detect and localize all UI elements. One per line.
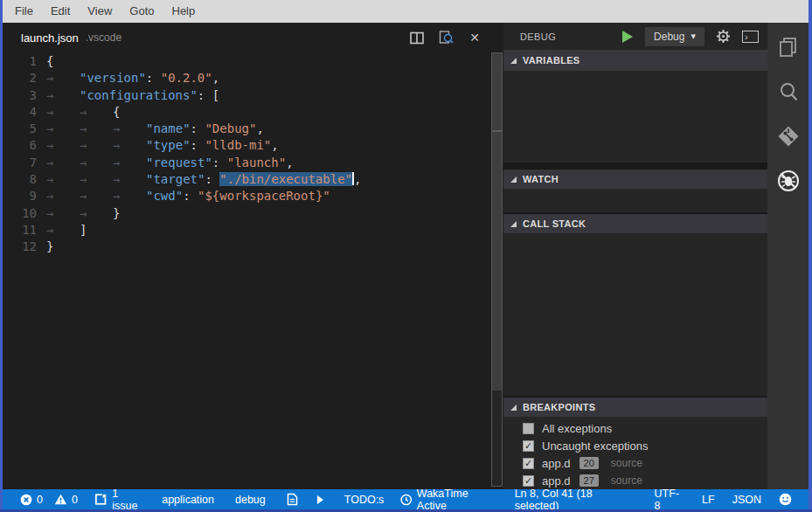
tab-indicator-icon: → bbox=[46, 222, 80, 239]
code-line[interactable]: 10→→} bbox=[3, 205, 491, 222]
cursor-position-status[interactable]: Ln 8, Col 41 (18 selected) bbox=[515, 488, 637, 512]
tab-indicator-icon: → bbox=[46, 104, 80, 121]
collapse-triangle-icon bbox=[510, 176, 517, 183]
encoding-status[interactable]: UTF-8 bbox=[654, 488, 684, 512]
tab-folder-label: .vscode bbox=[86, 31, 121, 44]
code-token: : bbox=[205, 172, 219, 186]
warning-count[interactable]: 0 bbox=[54, 494, 78, 506]
code-line[interactable]: 11→] bbox=[3, 222, 491, 239]
line-number[interactable]: 6 bbox=[3, 137, 46, 154]
debug-config-label: Debug bbox=[654, 31, 684, 43]
activity-bar bbox=[767, 23, 809, 489]
menu-view[interactable]: View bbox=[79, 0, 121, 23]
breakpoint-row[interactable]: ✓Uncaught exceptions bbox=[503, 437, 767, 454]
code-token: , bbox=[212, 71, 219, 85]
breakpoint-row[interactable]: All exceptions bbox=[503, 419, 767, 437]
explorer-icon[interactable] bbox=[775, 34, 802, 60]
menu-goto[interactable]: Goto bbox=[121, 0, 163, 23]
debug-config-dropdown[interactable]: Debug ▼ bbox=[645, 27, 704, 46]
line-number[interactable]: 7 bbox=[3, 155, 46, 171]
configure-gear-icon[interactable] bbox=[716, 29, 731, 44]
section-call-stack[interactable]: CALL STACK bbox=[503, 214, 767, 233]
code-line[interactable]: 9→→→"cwd": "${workspaceRoot}" bbox=[3, 188, 491, 204]
breakpoint-detail: source bbox=[611, 457, 642, 469]
menubar: File Edit View Goto Help bbox=[3, 0, 809, 23]
language-mode-status[interactable]: JSON bbox=[732, 494, 761, 506]
tab-indicator-icon: → bbox=[46, 155, 80, 171]
breakpoint-checkbox[interactable]: ✓ bbox=[523, 458, 534, 469]
section-breakpoints[interactable]: BREAKPOINTS bbox=[503, 398, 767, 417]
editor-scrollbar[interactable] bbox=[491, 52, 503, 487]
code-area[interactable]: 1{2→"version": "0.2.0",3→"configurations… bbox=[3, 52, 491, 256]
eol-status[interactable]: LF bbox=[702, 494, 715, 506]
code-line[interactable]: 2→"version": "0.2.0", bbox=[3, 70, 491, 86]
breakpoint-checkbox[interactable]: ✓ bbox=[523, 440, 534, 452]
wakatime-status[interactable]: WakaTime Active bbox=[400, 488, 496, 512]
start-debug-button[interactable] bbox=[622, 31, 633, 43]
build-config-status[interactable]: debug bbox=[235, 494, 266, 506]
code-token: ] bbox=[80, 223, 87, 237]
debug-console-icon[interactable]: › bbox=[742, 31, 759, 43]
watch-content bbox=[503, 189, 767, 212]
split-editor-icon[interactable] bbox=[409, 30, 425, 45]
tab-launch-json[interactable]: launch.json bbox=[21, 31, 79, 45]
code-token: "lldb-mi" bbox=[205, 138, 271, 152]
breakpoint-row[interactable]: ✓app.d20source bbox=[503, 454, 767, 472]
code-token: "target" bbox=[146, 172, 205, 186]
code-line[interactable]: 5→→→"name": "Debug", bbox=[3, 121, 491, 137]
run-task-icon[interactable] bbox=[317, 495, 323, 504]
breakpoint-line-badge: 27 bbox=[580, 474, 599, 487]
tab-indicator-icon: → bbox=[46, 188, 80, 204]
close-icon[interactable]: ✕ bbox=[467, 30, 482, 45]
menu-help[interactable]: Help bbox=[163, 0, 205, 23]
code-line[interactable]: 8→→→"target": "./bin/executable", bbox=[3, 171, 491, 188]
file-report-icon[interactable] bbox=[287, 493, 302, 506]
line-number[interactable]: 5 bbox=[3, 121, 46, 137]
section-variables[interactable]: VARIABLES bbox=[503, 50, 767, 71]
line-number[interactable]: 9 bbox=[3, 188, 46, 204]
code-token: : bbox=[191, 121, 205, 135]
todo-status[interactable]: TODO:s bbox=[344, 494, 385, 506]
code-line[interactable]: 1{ bbox=[3, 53, 491, 70]
line-number[interactable]: 11 bbox=[3, 222, 46, 239]
git-icon[interactable] bbox=[775, 123, 802, 149]
debug-no-bug-icon[interactable] bbox=[775, 168, 802, 194]
code-token: "version" bbox=[80, 71, 146, 85]
code-line[interactable]: 12} bbox=[3, 239, 491, 255]
code-token: "request" bbox=[146, 156, 212, 170]
code-line[interactable]: 7→→→"request": "launch", bbox=[3, 155, 491, 171]
line-number[interactable]: 1 bbox=[3, 53, 46, 70]
code-line[interactable]: 4→→{ bbox=[3, 104, 491, 121]
menu-edit[interactable]: Edit bbox=[42, 0, 79, 23]
code-line[interactable]: 3→"configurations": [ bbox=[3, 87, 491, 104]
line-number[interactable]: 12 bbox=[3, 239, 46, 255]
tab-indicator-icon: → bbox=[46, 87, 80, 104]
code-token: "configurations" bbox=[80, 88, 198, 102]
code-token: "0.2.0" bbox=[161, 71, 212, 85]
tab-indicator-icon: → bbox=[46, 171, 80, 188]
line-number[interactable]: 3 bbox=[3, 87, 46, 104]
breakpoint-line-badge: 20 bbox=[580, 457, 599, 469]
code-token: { bbox=[46, 54, 53, 68]
issues-status[interactable]: 1 issue bbox=[94, 488, 145, 512]
code-line[interactable]: 6→→→"type": "lldb-mi", bbox=[3, 137, 491, 154]
line-number[interactable]: 2 bbox=[3, 70, 46, 86]
tab-indicator-icon: → bbox=[80, 205, 113, 222]
search-icon[interactable] bbox=[775, 79, 802, 105]
scrollbar-thumb[interactable] bbox=[492, 53, 502, 391]
menu-file[interactable]: File bbox=[6, 0, 42, 23]
tab-indicator-icon: → bbox=[46, 121, 80, 137]
tab-indicator-icon: → bbox=[46, 205, 80, 222]
code-token: "type" bbox=[146, 138, 191, 152]
line-number[interactable]: 8 bbox=[3, 171, 46, 188]
error-count[interactable]: 0 bbox=[20, 494, 43, 506]
breakpoint-checkbox[interactable]: ✓ bbox=[523, 475, 534, 487]
section-watch[interactable]: WATCH bbox=[503, 170, 767, 189]
breakpoint-label: All exceptions bbox=[542, 422, 612, 435]
feedback-smiley-icon[interactable] bbox=[779, 493, 796, 506]
line-number[interactable]: 4 bbox=[3, 104, 46, 121]
breakpoint-checkbox[interactable] bbox=[523, 423, 534, 434]
line-number[interactable]: 10 bbox=[3, 205, 46, 222]
open-preview-icon[interactable] bbox=[438, 30, 454, 45]
project-status[interactable]: application bbox=[162, 494, 214, 506]
